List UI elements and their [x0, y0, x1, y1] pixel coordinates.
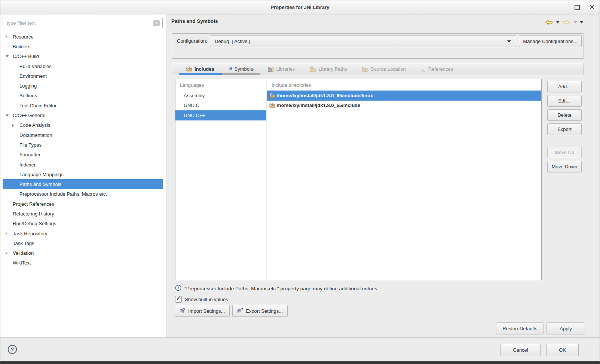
tree-item-resource[interactable]: Resource — [3, 32, 163, 42]
include-directory-row-home-lxy-install-jdk1-8-0-65-include-linux[interactable]: h /home/lxy/install/jdk1.8.0_65/include/… — [267, 91, 541, 101]
filter-input[interactable] — [3, 17, 163, 29]
tree-item-label: Preprocessor Include Paths, Macros etc. — [19, 191, 107, 197]
entry-actions: Add... Edit... Delete Export Move Up Mov… — [547, 81, 582, 172]
languages-rows: Assembly GNU C GNU C++ — [175, 91, 266, 120]
tab-libraries[interactable]: Libraries — [260, 63, 302, 75]
language-row-gnu-c[interactable]: GNU C++ — [175, 110, 266, 120]
ok-button[interactable]: OK — [546, 344, 579, 356]
show-built-in-checkbox[interactable] — [175, 296, 182, 303]
tree-item-label: Task Tags — [13, 241, 34, 246]
info-icon: i — [175, 285, 181, 292]
language-row-assembly[interactable]: Assembly — [175, 91, 266, 101]
clear-filter-icon[interactable] — [153, 20, 160, 26]
page-title: Paths and Symbols — [171, 18, 218, 24]
tree-item-indexer[interactable]: Indexer — [3, 160, 163, 169]
tree-item-paths-and-symbols[interactable]: Paths and Symbols — [3, 179, 163, 189]
tree-item-formatter[interactable]: Formatter — [3, 150, 163, 160]
tree-item-label: Settings — [19, 93, 37, 98]
folder-include-icon: h — [269, 103, 275, 108]
properties-dialog-window: Properties for JNI Library Resource — [0, 0, 600, 364]
sidebar: Resource Builders C/C++ Build Build Vari… — [0, 15, 167, 337]
action-button-edit[interactable]: Edit... — [547, 95, 582, 107]
tree-item-label: Logging — [19, 83, 37, 89]
tree-item-refactoring-history[interactable]: Refactoring History — [3, 209, 163, 218]
import-settings-button[interactable]: Import Settings... — [175, 305, 230, 317]
expander-icon[interactable] — [6, 232, 13, 235]
expander-icon[interactable] — [6, 114, 13, 116]
show-built-in-label[interactable]: Show built-in values — [185, 297, 228, 302]
action-button-move-up[interactable]: Move Up — [547, 147, 582, 158]
back-arrow-icon[interactable] — [545, 19, 553, 25]
tree-item-label: Validation — [13, 250, 34, 256]
export-settings-button[interactable]: Export Settings... — [232, 305, 288, 317]
tree-item-label: C/C++ General — [13, 113, 45, 118]
manage-configurations-button[interactable]: Manage Configurations... — [519, 35, 582, 47]
include-directories-rows: h /home/lxy/install/jdk1.8.0_65/include/… — [267, 91, 541, 110]
action-button-add[interactable]: Add... — [547, 81, 582, 92]
include-directory-path: /home/lxy/install/jdk1.8.0_65/include — [277, 103, 360, 108]
help-button[interactable]: ? — [7, 345, 18, 355]
action-button-delete[interactable]: Delete — [547, 109, 582, 121]
tab-includes[interactable]: h Includes — [179, 63, 222, 75]
tree-item-logging[interactable]: Logging — [3, 81, 163, 91]
action-button-export[interactable]: Export — [547, 123, 582, 135]
apply-button[interactable]: Apply — [547, 322, 585, 334]
svg-text:h: h — [188, 67, 189, 70]
tab-source-location[interactable]: C Source Location — [355, 63, 413, 75]
restore-defaults-button[interactable]: Restore Defaults — [496, 322, 544, 334]
forward-menu-caret-icon[interactable] — [574, 21, 577, 24]
action-button-move-down[interactable]: Move Down — [547, 161, 582, 172]
tab-references[interactable]: References — [413, 63, 460, 75]
configuration-value: Debug [ Active ] — [215, 39, 250, 44]
cancel-button[interactable]: Cancel — [500, 344, 541, 356]
expander-icon[interactable] — [6, 252, 13, 255]
tree-item-wikitext[interactable]: WikiText — [3, 258, 163, 268]
configuration-dropdown[interactable]: Debug [ Active ] — [210, 35, 516, 47]
expander-icon[interactable] — [6, 35, 13, 38]
tree-item-project-references[interactable]: Project References — [3, 199, 163, 209]
tree-item-preprocessor-include-paths-macros-etc[interactable]: Preprocessor Include Paths, Macros etc. — [3, 189, 163, 199]
tree-item-task-tags[interactable]: Task Tags — [3, 238, 163, 248]
expander-icon[interactable] — [12, 124, 19, 127]
forward-arrow-icon[interactable] — [563, 19, 570, 25]
tree-item-code-analysis[interactable]: Code Analysis — [3, 120, 163, 130]
tree-item-c-c-general[interactable]: C/C++ General — [3, 110, 163, 120]
language-row-gnu-c[interactable]: GNU C — [175, 101, 266, 111]
tree-item-label: Code Analysis — [19, 122, 50, 128]
back-menu-caret-icon[interactable] — [556, 21, 559, 24]
include-directory-row-home-lxy-install-jdk1-8-0-65-include[interactable]: h /home/lxy/install/jdk1.8.0_65/include — [267, 101, 541, 111]
tree-item-label: Formatter — [19, 152, 40, 157]
tab-symbols[interactable]: # Symbols — [222, 63, 261, 75]
titlebar: Properties for JNI Library — [0, 0, 600, 15]
tree-item-task-repository[interactable]: Task Repository — [3, 229, 163, 238]
languages-header: Languages — [175, 79, 266, 91]
maximize-icon[interactable] — [575, 5, 580, 10]
tree-item-environment[interactable]: Environment — [3, 71, 163, 81]
tree-item-build-variables[interactable]: Build Variables — [3, 61, 163, 71]
tree-item-settings[interactable]: Settings — [3, 91, 163, 101]
library-paths-icon — [310, 67, 316, 72]
source-location-icon: C — [362, 67, 368, 72]
references-icon — [421, 67, 426, 72]
folder-include-icon: h — [269, 93, 275, 98]
tree-item-documentation[interactable]: Documentation — [3, 130, 163, 140]
tree-item-tool-chain-editor[interactable]: Tool Chain Editor — [3, 101, 163, 110]
help-icon: ? — [7, 345, 17, 355]
tree-item-label: C/C++ Build — [13, 53, 39, 59]
view-menu-caret-icon[interactable] — [580, 21, 583, 24]
tree-item-builders[interactable]: Builders — [3, 42, 163, 51]
tree-item-language-mappings[interactable]: Language Mappings — [3, 169, 163, 179]
tree-item-c-c-build[interactable]: C/C++ Build — [3, 52, 163, 61]
tree-item-validation[interactable]: Validation — [3, 248, 163, 258]
tree-item-run-debug-settings[interactable]: Run/Debug Settings — [3, 219, 163, 229]
include-directories-header: Include directories — [267, 79, 541, 91]
language-label: GNU C — [184, 103, 199, 108]
close-icon[interactable] — [590, 4, 594, 10]
import-icon — [180, 308, 186, 315]
tree-item-label: Language Mappings — [19, 172, 64, 177]
expander-icon[interactable] — [6, 55, 13, 57]
tab-library-paths[interactable]: Library Paths — [302, 63, 355, 75]
svg-text:?: ? — [11, 346, 14, 352]
tree-item-label: WikiText — [13, 260, 31, 266]
tree-item-file-types[interactable]: File Types — [3, 140, 163, 150]
